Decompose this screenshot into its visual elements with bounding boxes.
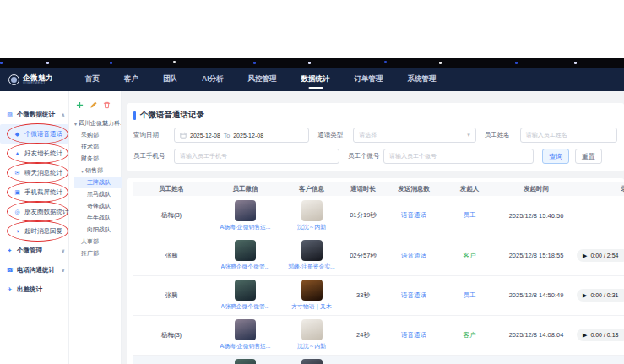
reset-button[interactable]: 重置	[575, 149, 602, 164]
audio-player[interactable]: ▶0:00 / 0:18	[577, 329, 624, 341]
date-filter-label: 查询日期	[133, 131, 174, 139]
calendar-icon	[180, 132, 187, 139]
nav-item-数据统计[interactable]: 数据统计	[301, 68, 331, 91]
call-type-placeholder: 请选择	[359, 131, 377, 139]
page-title: 个微语音通话记录	[133, 110, 617, 121]
sidebar-item-好友增长统计[interactable]: ▲好友增长统计	[0, 144, 68, 163]
customer-name-link[interactable]: 郭峰-注册资金实...	[288, 263, 335, 271]
tree-node-推广部[interactable]: 推广部	[74, 247, 121, 259]
date-from-value[interactable]: 2025-12-08	[190, 133, 220, 139]
column-header-通话时长: 通话时长	[342, 182, 384, 196]
nav-item-客户[interactable]: 客户	[123, 68, 139, 91]
date-range-input[interactable]: 2025-12-08 To 2025-12-08	[174, 128, 309, 143]
column-header-员工微信: 员工微信	[209, 182, 281, 196]
title-accent-bar	[133, 111, 136, 120]
brand-logo-icon	[8, 74, 19, 85]
tree-node-技术部[interactable]: 技术部	[74, 141, 121, 153]
employee-wxid-input[interactable]: 请输入员工个微号	[383, 149, 534, 164]
call-type-select[interactable]: 请选择 ▾	[353, 128, 476, 143]
tree-node-四川企微魅力科...[interactable]: ▾四川企微魅力科...	[74, 117, 121, 129]
voice-call-link[interactable]: 语音通话	[401, 211, 426, 219]
edit-icon[interactable]	[90, 101, 97, 109]
employee-wechat-avatar	[235, 200, 256, 221]
tree-node-label: 王牌战队	[87, 178, 111, 187]
nav-item-订单管理[interactable]: 订单管理	[354, 68, 384, 91]
phone-stats-icon: ☎	[6, 267, 14, 274]
audio-time: 0:00 / 0:18	[590, 332, 618, 338]
add-department-icon[interactable]	[76, 101, 84, 109]
customer-name-link[interactable]: 沈沈～内勤	[297, 342, 326, 350]
trash-icon[interactable]	[103, 101, 111, 109]
brand[interactable]: 企微魅力 QIWEIMEILI	[8, 74, 74, 85]
customer-name-link[interactable]: 沈沈～内勤	[297, 223, 326, 231]
date-to-value[interactable]: 2025-12-08	[233, 133, 263, 139]
nav-item-AI分析[interactable]: AI分析	[201, 68, 225, 91]
table-row: 张腾A张腾企微个微管...郭峰-注册资金实...02分57秒语音通话客户2025…	[133, 236, 624, 275]
nav-item-团队[interactable]: 团队	[162, 68, 178, 91]
employee-name-placeholder: 请输入员工姓名	[526, 131, 567, 139]
filter-card: 个微语音通话记录 查询日期 2025-12-08 To 2025-12-08 通…	[127, 103, 624, 171]
audio-time: 0:00 / 0:31	[590, 292, 618, 298]
play-icon[interactable]: ▶	[583, 253, 587, 258]
employee-wechat-name-link[interactable]: A张腾企微个微管...	[221, 302, 270, 311]
voice-call-link[interactable]: 语音通话	[401, 331, 426, 339]
sidebar-item-个微管理[interactable]: ✦个微管理∨	[0, 241, 68, 260]
sidebar-item-聊天消息统计[interactable]: ✉聊天消息统计	[0, 163, 68, 182]
tree-node-label: 奇锋战队	[87, 202, 111, 210]
tree-node-label: 黑马战队	[87, 190, 111, 198]
voice-call-link[interactable]: 语音通话	[401, 252, 426, 259]
employee-wechat-name-link[interactable]: A张腾企微个微管...	[221, 263, 270, 271]
tree-node-销售部[interactable]: ▾销售部	[74, 165, 121, 177]
column-header-发送消息数: 发送消息数	[384, 182, 443, 196]
sidebar-item-个微数据统计[interactable]: ▨个微数据统计∧	[0, 105, 68, 124]
manage-icon: ✦	[6, 247, 14, 254]
employee-phone-input[interactable]: 请输入员工手机号	[174, 149, 339, 164]
tree-node-牛牛战队[interactable]: 牛牛战队	[74, 212, 121, 224]
org-tree-actions	[76, 101, 121, 109]
trip-stats-icon: ✈	[6, 286, 14, 293]
tree-node-采购部[interactable]: 采购部	[74, 129, 121, 141]
tree-node-财务部[interactable]: 财务部	[74, 153, 121, 165]
audio-player[interactable]: ▶0:00 / 0:31	[577, 289, 624, 302]
employee-name-input[interactable]: 请输入员工姓名	[520, 128, 617, 143]
sidebar-item-个微语音通话[interactable]: ◆个微语音通话	[0, 124, 68, 144]
initiator-tag: 客户	[464, 252, 476, 259]
chat-message-icon: ✉	[14, 170, 21, 177]
sidebar-item-手机截屏统计[interactable]: ▣手机截屏统计	[0, 182, 68, 202]
voice-call-icon: ◆	[14, 131, 21, 138]
play-icon[interactable]: ▶	[583, 292, 587, 298]
customer-avatar	[301, 200, 323, 221]
voice-call-link[interactable]: 语音通话	[401, 291, 426, 299]
initiator-tag: 员工	[464, 291, 476, 299]
tree-node-向阳战队[interactable]: 向阳战队	[74, 224, 121, 236]
chevron-down-icon: ∨	[61, 247, 65, 253]
sidebar-item-电话沟通统计[interactable]: ☎电话沟通统计∨	[0, 260, 68, 280]
tree-node-王牌战队[interactable]: 王牌战队	[74, 177, 122, 188]
sidebar-item-超时消息回复[interactable]: ◑超时消息回复	[0, 221, 68, 241]
tree-node-奇锋战队[interactable]: 奇锋战队	[74, 200, 121, 212]
play-icon[interactable]: ▶	[583, 332, 587, 338]
sidebar-item-朋友圈数据统计[interactable]: ◎朋友圈数据统计	[0, 202, 68, 221]
sidebar: ▨个微数据统计∧◆个微语音通话▲好友增长统计✉聊天消息统计▣手机截屏统计◎朋友圈…	[0, 91, 69, 364]
nav-item-首页[interactable]: 首页	[84, 68, 100, 91]
strip-dots	[0, 62, 3, 64]
sidebar-item-label: 聊天消息统计	[24, 169, 62, 177]
customer-name-link[interactable]: 方寸物语｜又木	[291, 302, 331, 311]
top-navbar: 企微魅力 QIWEIMEILI 首页客户团队AI分析风控管理数据统计订单管理系统…	[0, 68, 624, 91]
timeout-reply-icon: ◑	[14, 228, 21, 234]
tree-node-人事部[interactable]: 人事部	[74, 236, 121, 247]
nav-item-风控管理[interactable]: 风控管理	[247, 68, 278, 91]
tree-node-label: 推广部	[81, 249, 99, 258]
top-whitespace	[0, 0, 624, 58]
employee-wechat-name-link[interactable]: A杨梅-企微销售运...	[220, 342, 270, 350]
sidebar-item-出差统计[interactable]: ✈出差统计	[0, 280, 68, 299]
search-button[interactable]: 查询	[542, 149, 569, 164]
nav-item-系统管理[interactable]: 系统管理	[407, 68, 437, 91]
tree-node-label: 财务部	[81, 155, 99, 163]
customer-avatar	[301, 280, 323, 301]
employee-wechat-name-link[interactable]: A杨梅-企微销售运...	[220, 223, 270, 231]
browser-strip	[0, 58, 624, 68]
tree-node-黑马战队[interactable]: 黑马战队	[74, 188, 121, 200]
app-window: 企微魅力 QIWEIMEILI 首页客户团队AI分析风控管理数据统计订单管理系统…	[0, 0, 624, 364]
audio-player[interactable]: ▶0:00 / 2:54	[577, 249, 624, 262]
